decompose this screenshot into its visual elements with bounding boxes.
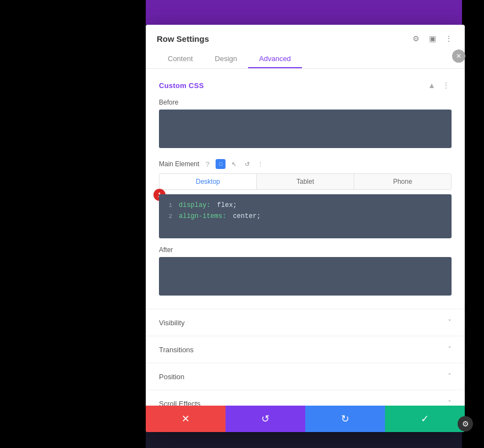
after-label: After [159, 246, 452, 254]
modal-header-icons: ⚙ ▣ ⋮ [411, 34, 454, 43]
question-icon[interactable]: ? [202, 159, 212, 169]
scroll-effects-chevron: ˅ [448, 399, 452, 406]
cursor-icon[interactable]: ↖ [229, 159, 239, 169]
position-title: Position [159, 373, 184, 381]
visibility-section[interactable]: Visibility ˅ [146, 309, 465, 336]
me-more-icon[interactable]: ⋮ [255, 159, 265, 169]
section-more-icon[interactable]: ⋮ [441, 80, 452, 91]
transitions-chevron: ˅ [448, 345, 452, 354]
modal-footer: ✕ ↺ ↻ ✓ [146, 406, 465, 432]
modal-header: Row Settings ⚙ ▣ ⋮ Content Design Advanc… [146, 25, 465, 69]
save-button[interactable]: ✓ [385, 406, 465, 432]
layout-icon[interactable]: ▣ [427, 34, 437, 43]
line-number-2: 2 [166, 211, 172, 222]
redo-button[interactable]: ↻ [305, 406, 385, 432]
bg-right [462, 0, 484, 448]
cancel-button[interactable]: ✕ [146, 406, 226, 432]
code-line-1: 1 display: flex; [166, 200, 445, 211]
tab-advanced[interactable]: Advanced [248, 50, 302, 68]
collapse-icon[interactable]: ▲ [426, 80, 437, 91]
modal-title-row: Row Settings ⚙ ▣ ⋮ [157, 34, 454, 43]
device-tabs: Desktop Tablet Phone [159, 173, 452, 190]
tab-content[interactable]: Content [157, 50, 204, 68]
main-element-label: Main Element [159, 160, 199, 168]
code-property-2: align-items: [179, 211, 226, 222]
scroll-effects-title: Scroll Effects [159, 400, 201, 406]
code-editor[interactable]: 1 display: flex; 2 align-items: center; [159, 194, 452, 238]
device-tab-desktop[interactable]: Desktop [160, 174, 257, 189]
reset-icon[interactable]: ↺ [242, 159, 252, 169]
transitions-section[interactable]: Transitions ˅ [146, 336, 465, 363]
undo-button[interactable]: ↺ [226, 406, 305, 432]
close-circle[interactable]: ✕ [452, 50, 465, 63]
after-textarea[interactable] [159, 257, 452, 296]
transitions-title: Transitions [159, 346, 194, 354]
device-tab-tablet[interactable]: Tablet [257, 174, 354, 189]
bg-left [0, 0, 146, 448]
custom-css-title: Custom CSS [159, 81, 204, 90]
custom-css-section: Custom CSS ▲ ⋮ Before Main Element ? □ ↖… [146, 69, 465, 309]
position-section[interactable]: Position ˅ [146, 363, 465, 390]
code-line-2: 2 align-items: center; [166, 211, 445, 222]
section-icons: ▲ ⋮ [426, 80, 452, 91]
desktop-icon[interactable]: □ [216, 159, 226, 169]
main-element-row: Main Element ? □ ↖ ↺ ⋮ [159, 159, 452, 169]
line-number-1: 1 [166, 200, 172, 211]
modal-title: Row Settings [157, 34, 209, 43]
position-chevron: ˅ [448, 372, 452, 381]
device-tab-phone[interactable]: Phone [354, 174, 451, 189]
code-editor-wrapper: 1 1 display: flex; 2 align-items: center… [159, 194, 452, 238]
code-property-1: display: [179, 200, 211, 211]
scroll-effects-section[interactable]: Scroll Effects ˅ [146, 390, 465, 406]
settings-icon[interactable]: ⚙ [411, 34, 421, 43]
code-value-2: center; [233, 211, 260, 222]
visibility-title: Visibility [159, 319, 185, 327]
bottom-circle-icon[interactable]: ⚙ [458, 416, 473, 431]
row-settings-modal: Row Settings ⚙ ▣ ⋮ Content Design Advanc… [146, 25, 465, 432]
modal-body: Custom CSS ▲ ⋮ Before Main Element ? □ ↖… [146, 69, 465, 406]
code-value-1: flex; [217, 200, 237, 211]
before-label: Before [159, 99, 452, 106]
before-textarea[interactable] [159, 110, 452, 148]
visibility-chevron: ˅ [448, 318, 452, 327]
bg-top [146, 0, 484, 25]
more-icon[interactable]: ⋮ [444, 34, 454, 43]
tabs: Content Design Advanced [157, 50, 454, 68]
tab-design[interactable]: Design [204, 50, 248, 68]
section-header: Custom CSS ▲ ⋮ [159, 80, 452, 91]
